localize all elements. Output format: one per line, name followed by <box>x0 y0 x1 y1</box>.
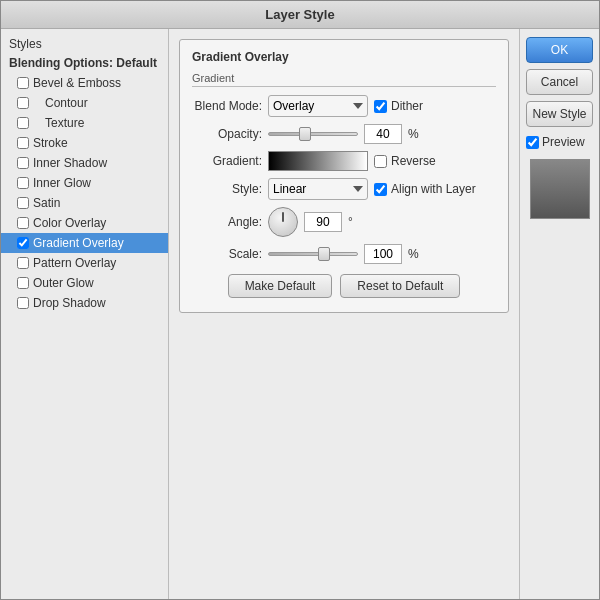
sidebar-label-drop-shadow: Drop Shadow <box>33 296 106 310</box>
ok-button[interactable]: OK <box>526 37 593 63</box>
new-style-button[interactable]: New Style <box>526 101 593 127</box>
window-title: Layer Style <box>265 7 334 22</box>
sidebar-item-color-overlay[interactable]: Color Overlay <box>1 213 168 233</box>
scale-unit: % <box>408 247 419 261</box>
sidebar-label-outer-glow: Outer Glow <box>33 276 94 290</box>
checkbox-outer-glow[interactable] <box>17 277 29 289</box>
main-panel: Gradient Overlay Gradient Blend Mode: Ov… <box>169 29 519 599</box>
sidebar-label-satin: Satin <box>33 196 60 210</box>
reverse-checkbox-label[interactable]: Reverse <box>374 154 436 168</box>
layer-preview-box <box>530 159 590 219</box>
dither-checkbox[interactable] <box>374 100 387 113</box>
scale-row: Scale: % <box>192 244 496 264</box>
sidebar-label-gradient-overlay: Gradient Overlay <box>33 236 124 250</box>
sidebar-label-inner-glow: Inner Glow <box>33 176 91 190</box>
gradient-section-label: Gradient <box>192 72 496 87</box>
sidebar-item-outer-glow[interactable]: Outer Glow <box>1 273 168 293</box>
gradient-row: Gradient: Reverse <box>192 151 496 171</box>
reverse-checkbox[interactable] <box>374 155 387 168</box>
dither-label: Dither <box>391 99 423 113</box>
sidebar-label-stroke: Stroke <box>33 136 68 150</box>
scale-slider[interactable] <box>268 252 358 256</box>
right-action-sidebar: OK Cancel New Style Preview <box>519 29 599 599</box>
sidebar-item-pattern-overlay[interactable]: Pattern Overlay <box>1 253 168 273</box>
preview-label: Preview <box>542 135 585 149</box>
sidebar-item-contour[interactable]: Contour <box>1 93 168 113</box>
sidebar-label-pattern-overlay: Pattern Overlay <box>33 256 116 270</box>
angle-label: Angle: <box>192 215 262 229</box>
angle-input[interactable] <box>304 212 342 232</box>
align-layer-text: Align with Layer <box>391 182 476 196</box>
opacity-slider-container <box>268 132 358 136</box>
align-layer-label[interactable]: Align with Layer <box>374 182 476 196</box>
sidebar-item-bevel[interactable]: Bevel & Emboss <box>1 73 168 93</box>
gradient-overlay-panel: Gradient Overlay Gradient Blend Mode: Ov… <box>179 39 509 313</box>
checkbox-satin[interactable] <box>17 197 29 209</box>
sidebar-item-drop-shadow[interactable]: Drop Shadow <box>1 293 168 313</box>
gradient-preview[interactable] <box>268 151 368 171</box>
blend-mode-select[interactable]: Overlay Normal Multiply Screen Soft Ligh… <box>268 95 368 117</box>
sidebar-label-color-overlay: Color Overlay <box>33 216 106 230</box>
scale-slider-container <box>268 252 358 256</box>
style-select[interactable]: Linear Radial Angle Reflected Diamond <box>268 178 368 200</box>
preview-checkbox-label[interactable]: Preview <box>526 135 593 149</box>
checkbox-gradient-overlay[interactable] <box>17 237 29 249</box>
gradient-label: Gradient: <box>192 154 262 168</box>
title-bar: Layer Style <box>1 1 599 29</box>
styles-label: Styles <box>1 35 168 53</box>
sidebar-item-inner-shadow[interactable]: Inner Shadow <box>1 153 168 173</box>
scale-input[interactable] <box>364 244 402 264</box>
style-label: Style: <box>192 182 262 196</box>
angle-knob[interactable] <box>268 207 298 237</box>
opacity-row: Opacity: % <box>192 124 496 144</box>
opacity-slider[interactable] <box>268 132 358 136</box>
angle-row: Angle: ° <box>192 207 496 237</box>
blend-mode-row: Blend Mode: Overlay Normal Multiply Scre… <box>192 95 496 117</box>
sidebar-label-inner-shadow: Inner Shadow <box>33 156 107 170</box>
opacity-unit: % <box>408 127 419 141</box>
checkbox-inner-shadow[interactable] <box>17 157 29 169</box>
checkbox-color-overlay[interactable] <box>17 217 29 229</box>
layer-style-window: Layer Style Styles Blending Options: Def… <box>0 0 600 600</box>
checkbox-contour[interactable] <box>17 97 29 109</box>
sidebar-label-bevel: Bevel & Emboss <box>33 76 121 90</box>
sidebar-item-inner-glow[interactable]: Inner Glow <box>1 173 168 193</box>
scale-label: Scale: <box>192 247 262 261</box>
opacity-label: Opacity: <box>192 127 262 141</box>
action-buttons-row: Make Default Reset to Default <box>192 274 496 298</box>
styles-sidebar: Styles Blending Options: DefaultBevel & … <box>1 29 169 599</box>
reverse-label: Reverse <box>391 154 436 168</box>
sidebar-item-blending[interactable]: Blending Options: Default <box>1 53 168 73</box>
checkbox-drop-shadow[interactable] <box>17 297 29 309</box>
opacity-input[interactable] <box>364 124 402 144</box>
sidebar-item-gradient-overlay[interactable]: Gradient Overlay <box>1 233 168 253</box>
dither-checkbox-label[interactable]: Dither <box>374 99 423 113</box>
style-row: Style: Linear Radial Angle Reflected Dia… <box>192 178 496 200</box>
checkbox-bevel[interactable] <box>17 77 29 89</box>
align-layer-checkbox[interactable] <box>374 183 387 196</box>
sidebar-label-texture: Texture <box>33 116 84 130</box>
sidebar-item-texture[interactable]: Texture <box>1 113 168 133</box>
panel-title: Gradient Overlay <box>192 50 496 64</box>
sidebar-item-stroke[interactable]: Stroke <box>1 133 168 153</box>
sidebar-label-contour: Contour <box>33 96 88 110</box>
checkbox-inner-glow[interactable] <box>17 177 29 189</box>
preview-checkbox[interactable] <box>526 136 539 149</box>
cancel-button[interactable]: Cancel <box>526 69 593 95</box>
make-default-button[interactable]: Make Default <box>228 274 333 298</box>
checkbox-stroke[interactable] <box>17 137 29 149</box>
sidebar-item-satin[interactable]: Satin <box>1 193 168 213</box>
blend-mode-label: Blend Mode: <box>192 99 262 113</box>
checkbox-texture[interactable] <box>17 117 29 129</box>
checkbox-pattern-overlay[interactable] <box>17 257 29 269</box>
angle-unit: ° <box>348 215 353 229</box>
sidebar-label-blending: Blending Options: Default <box>9 56 157 70</box>
reset-default-button[interactable]: Reset to Default <box>340 274 460 298</box>
